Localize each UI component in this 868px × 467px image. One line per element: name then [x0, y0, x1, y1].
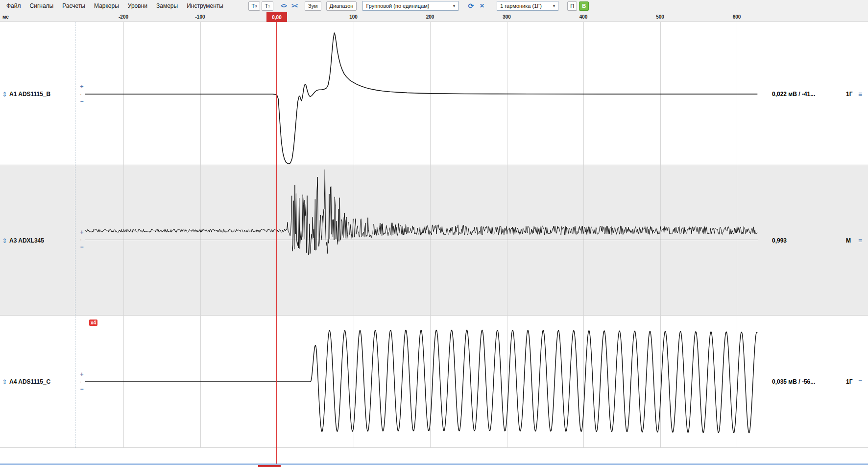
menubar: ФайлСигналыРасчетыМаркерыУровниЗамерыИнс… [0, 0, 868, 12]
menu-item-3[interactable]: Маркеры [90, 0, 123, 12]
t1-sub: 1 [268, 4, 270, 8]
channel-move-icon[interactable]: ⇕ [2, 237, 7, 245]
oscilloscope-app: ФайлСигналыРасчетыМаркерыУровниЗамерыИнс… [0, 0, 868, 467]
pretrigger-boundary-line [75, 22, 75, 448]
channel-band-a1 [0, 22, 868, 165]
ruler-tick--100: -100 [195, 14, 205, 20]
time-t1-button[interactable]: Т1 [262, 1, 273, 11]
gridline-600 [737, 22, 737, 448]
channel-unit-a1: 1Г [846, 91, 852, 98]
v-toggle-button[interactable]: В [579, 1, 589, 11]
t1-label: Т [265, 3, 268, 9]
gridline-300 [507, 22, 507, 448]
channel-menu-icon[interactable]: ≡ [858, 378, 862, 386]
window-bottom-border [0, 464, 868, 465]
time-cursor-line[interactable] [276, 22, 277, 464]
menu-item-5[interactable]: Замеры [152, 0, 182, 12]
scroll-cursor-handle[interactable] [258, 465, 281, 467]
time-cursor-handle[interactable]: 0,00 [266, 12, 287, 22]
range-button[interactable]: Диапазон [326, 1, 357, 11]
gridline-100 [354, 22, 354, 448]
gain-badge-a4: x4 [89, 320, 97, 326]
channel-scale-down-button[interactable]: − [78, 98, 85, 104]
sync-icon[interactable]: ⟳ [466, 1, 475, 11]
menu-item-0[interactable]: Файл [2, 0, 25, 12]
ruler-tick-500: 500 [656, 14, 664, 20]
expand-horizontal-icon[interactable]: <> [279, 1, 288, 11]
caret-down-icon: ▾ [550, 3, 555, 8]
a3-zero-level-line [85, 240, 758, 240]
channel-value-a1: 0,022 мВ / -41... [772, 91, 815, 98]
ruler-unit-label: мс [2, 14, 9, 20]
channel-value-a4: 0,035 мВ / -56... [772, 378, 815, 385]
channel-menu-icon[interactable]: ≡ [858, 90, 862, 98]
gridline-500 [660, 22, 661, 448]
ruler-tick-200: 200 [426, 14, 434, 20]
group-mode-select[interactable]: Групповой (по единицам) ▾ [362, 1, 458, 11]
channel-unit-a3: М [846, 237, 851, 244]
group-mode-value: Групповой (по единицам) [366, 3, 429, 9]
channel-separator [0, 315, 868, 316]
ruler-tick-600: 600 [733, 14, 741, 20]
channel-name-a4: A4 ADS1115_C [9, 378, 50, 385]
channel-band-a4 [0, 316, 868, 448]
channel-move-icon[interactable]: ⇕ [2, 378, 7, 386]
harmonic-value: 1 гармоника (1Г) [500, 3, 542, 9]
menu-item-6[interactable]: Инструменты [182, 0, 228, 12]
t0-label: Т [251, 3, 255, 9]
channel-zero-marker: · [80, 91, 82, 98]
channel-menu-icon[interactable]: ≡ [858, 237, 862, 245]
channel-scale-up-button[interactable]: + [78, 371, 85, 377]
menu-list: ФайлСигналыРасчетыМаркерыУровниЗамерыИнс… [2, 0, 228, 12]
menu-item-4[interactable]: Уровни [123, 0, 152, 12]
zoom-button[interactable]: Зум [305, 1, 321, 11]
channel-scale-up-button[interactable]: + [78, 229, 85, 235]
bottom-strip [0, 448, 868, 464]
plot-bottom-border [0, 447, 868, 448]
channel-unit-a4: 1Г [846, 378, 852, 385]
gridline-400 [583, 22, 584, 448]
ruler-tick-400: 400 [579, 14, 588, 20]
p-toggle-button[interactable]: П [567, 1, 577, 11]
channel-scale-down-button[interactable]: − [78, 386, 85, 392]
channel-band-a3 [0, 165, 868, 316]
time-ruler[interactable]: мс -200-100100200300400500600 0,00 [0, 12, 868, 22]
t0-sub: 0 [255, 4, 257, 8]
ruler-tick--200: -200 [119, 14, 128, 20]
collapse-horizontal-icon[interactable]: >< [290, 1, 299, 11]
channel-separator [0, 165, 868, 165]
ruler-tick-100: 100 [349, 14, 358, 20]
menu-item-1[interactable]: Сигналы [25, 0, 58, 12]
channel-value-a3: 0,993 [772, 237, 787, 244]
channel-scale-down-button[interactable]: − [78, 244, 85, 250]
channel-scale-up-button[interactable]: + [78, 84, 85, 90]
gridline--100 [200, 22, 201, 448]
caret-down-icon: ▾ [450, 3, 456, 8]
gridline-200 [430, 22, 431, 448]
harmonic-select[interactable]: 1 гармоника (1Г) ▾ [497, 1, 558, 11]
channel-name-a3: A3 ADXL345 [9, 237, 44, 244]
channel-zero-marker: · [80, 236, 82, 243]
time-t0-button[interactable]: Т0 [248, 1, 260, 11]
channel-move-icon[interactable]: ⇕ [2, 91, 7, 98]
channel-zero-marker: · [80, 378, 82, 385]
channel-name-a1: A1 ADS1115_B [9, 91, 50, 98]
ruler-tick-300: 300 [503, 14, 511, 20]
split-x-icon[interactable]: ✕ [478, 1, 486, 11]
gridline--200 [123, 22, 124, 448]
menu-item-2[interactable]: Расчеты [58, 0, 90, 12]
